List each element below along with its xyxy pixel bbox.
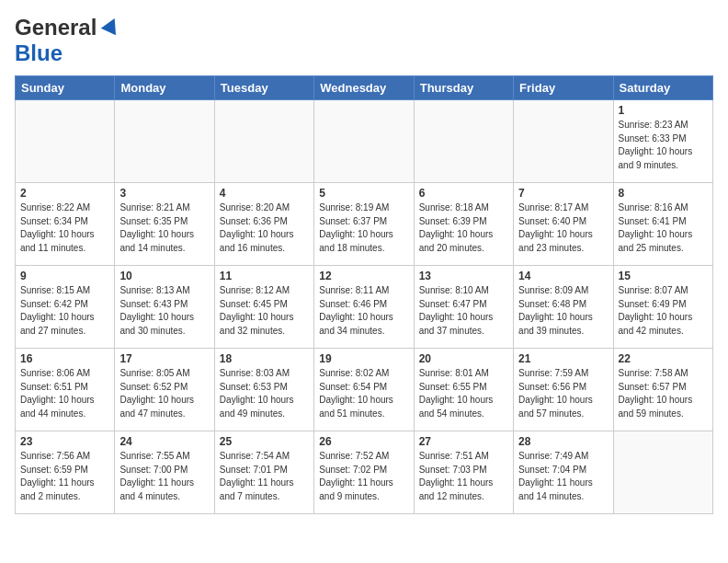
- day-cell-7: 7Sunrise: 8:17 AM Sunset: 6:40 PM Daylig…: [514, 183, 613, 266]
- day-cell-17: 17Sunrise: 8:05 AM Sunset: 6:52 PM Dayli…: [115, 349, 214, 431]
- day-info: Sunrise: 8:05 AM Sunset: 6:52 PM Dayligh…: [119, 367, 209, 420]
- day-number: 17: [119, 352, 209, 365]
- day-number: 10: [119, 270, 209, 282]
- day-number: 7: [518, 187, 608, 200]
- day-info: Sunrise: 8:15 AM Sunset: 6:42 PM Dayligh…: [20, 284, 109, 338]
- day-info: Sunrise: 8:09 AM Sunset: 6:48 PM Dayligh…: [518, 284, 608, 338]
- day-number: 13: [419, 270, 508, 282]
- day-number: 25: [220, 435, 309, 448]
- week-row-5: 23Sunrise: 7:56 AM Sunset: 6:59 PM Dayli…: [16, 431, 713, 514]
- day-number: 5: [319, 187, 408, 200]
- day-info: Sunrise: 8:10 AM Sunset: 6:47 PM Dayligh…: [419, 284, 508, 338]
- empty-cell: [414, 100, 513, 183]
- day-cell-14: 14Sunrise: 8:09 AM Sunset: 6:48 PM Dayli…: [514, 266, 613, 349]
- day-info: Sunrise: 8:17 AM Sunset: 6:40 PM Dayligh…: [518, 201, 608, 255]
- day-number: 23: [20, 435, 109, 448]
- day-info: Sunrise: 8:22 AM Sunset: 6:34 PM Dayligh…: [20, 201, 109, 255]
- day-cell-18: 18Sunrise: 8:03 AM Sunset: 6:53 PM Dayli…: [214, 349, 313, 431]
- day-info: Sunrise: 7:52 AM Sunset: 7:02 PM Dayligh…: [319, 450, 408, 503]
- day-number: 8: [619, 187, 708, 200]
- day-cell-25: 25Sunrise: 7:54 AM Sunset: 7:01 PM Dayli…: [214, 431, 313, 514]
- day-info: Sunrise: 8:16 AM Sunset: 6:41 PM Dayligh…: [619, 201, 708, 255]
- day-number: 28: [518, 435, 608, 448]
- day-info: Sunrise: 7:51 AM Sunset: 7:03 PM Dayligh…: [419, 450, 508, 503]
- day-number: 12: [319, 270, 408, 282]
- weekday-header-friday: Friday: [514, 76, 613, 100]
- day-info: Sunrise: 7:56 AM Sunset: 6:59 PM Dayligh…: [20, 450, 109, 503]
- day-number: 18: [220, 352, 309, 365]
- day-cell-28: 28Sunrise: 7:49 AM Sunset: 7:04 PM Dayli…: [514, 431, 613, 514]
- day-number: 2: [20, 187, 109, 200]
- empty-cell: [214, 100, 313, 183]
- day-info: Sunrise: 8:13 AM Sunset: 6:43 PM Dayligh…: [119, 284, 209, 338]
- day-info: Sunrise: 8:06 AM Sunset: 6:51 PM Dayligh…: [20, 367, 109, 420]
- day-cell-22: 22Sunrise: 7:58 AM Sunset: 6:57 PM Dayli…: [613, 349, 712, 431]
- weekday-header-monday: Monday: [115, 76, 214, 100]
- day-cell-15: 15Sunrise: 8:07 AM Sunset: 6:49 PM Dayli…: [613, 266, 712, 349]
- day-cell-12: 12Sunrise: 8:11 AM Sunset: 6:46 PM Dayli…: [314, 266, 414, 349]
- empty-cell: [314, 100, 414, 183]
- logo-triangle-icon: [101, 15, 122, 35]
- day-cell-24: 24Sunrise: 7:55 AM Sunset: 7:00 PM Dayli…: [115, 431, 214, 514]
- day-number: 6: [419, 187, 508, 200]
- day-info: Sunrise: 8:18 AM Sunset: 6:39 PM Dayligh…: [419, 201, 508, 255]
- day-cell-5: 5Sunrise: 8:19 AM Sunset: 6:37 PM Daylig…: [314, 183, 414, 266]
- day-info: Sunrise: 8:20 AM Sunset: 6:36 PM Dayligh…: [220, 201, 309, 255]
- weekday-header-tuesday: Tuesday: [214, 76, 313, 100]
- day-cell-23: 23Sunrise: 7:56 AM Sunset: 6:59 PM Dayli…: [16, 431, 115, 514]
- weekday-header-wednesday: Wednesday: [314, 76, 414, 100]
- empty-cell: [16, 100, 115, 183]
- day-number: 26: [319, 435, 408, 448]
- day-cell-21: 21Sunrise: 7:59 AM Sunset: 6:56 PM Dayli…: [514, 349, 613, 431]
- header: General Blue: [15, 15, 713, 66]
- day-cell-16: 16Sunrise: 8:06 AM Sunset: 6:51 PM Dayli…: [16, 349, 115, 431]
- day-number: 21: [518, 352, 608, 365]
- day-cell-13: 13Sunrise: 8:10 AM Sunset: 6:47 PM Dayli…: [414, 266, 513, 349]
- weekday-header-row: SundayMondayTuesdayWednesdayThursdayFrid…: [16, 76, 713, 100]
- day-cell-6: 6Sunrise: 8:18 AM Sunset: 6:39 PM Daylig…: [414, 183, 513, 266]
- day-cell-9: 9Sunrise: 8:15 AM Sunset: 6:42 PM Daylig…: [16, 266, 115, 349]
- empty-cell: [613, 431, 712, 514]
- day-number: 1: [619, 104, 708, 117]
- day-info: Sunrise: 8:01 AM Sunset: 6:55 PM Dayligh…: [419, 367, 508, 420]
- day-number: 19: [319, 352, 408, 365]
- day-number: 11: [220, 270, 309, 282]
- day-cell-1: 1Sunrise: 8:23 AM Sunset: 6:33 PM Daylig…: [613, 100, 712, 183]
- day-cell-11: 11Sunrise: 8:12 AM Sunset: 6:45 PM Dayli…: [214, 266, 313, 349]
- day-info: Sunrise: 8:02 AM Sunset: 6:54 PM Dayligh…: [319, 367, 408, 420]
- day-info: Sunrise: 8:03 AM Sunset: 6:53 PM Dayligh…: [220, 367, 309, 420]
- day-number: 4: [220, 187, 309, 200]
- day-number: 24: [119, 435, 209, 448]
- empty-cell: [514, 100, 613, 183]
- week-row-4: 16Sunrise: 8:06 AM Sunset: 6:51 PM Dayli…: [16, 349, 713, 431]
- day-cell-3: 3Sunrise: 8:21 AM Sunset: 6:35 PM Daylig…: [115, 183, 214, 266]
- logo-blue: Blue: [15, 40, 63, 66]
- day-cell-27: 27Sunrise: 7:51 AM Sunset: 7:03 PM Dayli…: [414, 431, 513, 514]
- day-number: 15: [619, 270, 708, 282]
- day-number: 3: [119, 187, 209, 200]
- day-cell-26: 26Sunrise: 7:52 AM Sunset: 7:02 PM Dayli…: [314, 431, 414, 514]
- weekday-header-thursday: Thursday: [414, 76, 513, 100]
- day-info: Sunrise: 8:07 AM Sunset: 6:49 PM Dayligh…: [619, 284, 708, 338]
- day-cell-10: 10Sunrise: 8:13 AM Sunset: 6:43 PM Dayli…: [115, 266, 214, 349]
- day-info: Sunrise: 7:49 AM Sunset: 7:04 PM Dayligh…: [518, 450, 608, 503]
- weekday-header-saturday: Saturday: [613, 76, 712, 100]
- day-info: Sunrise: 8:23 AM Sunset: 6:33 PM Dayligh…: [619, 119, 708, 172]
- logo-general: General: [15, 15, 97, 40]
- day-info: Sunrise: 7:54 AM Sunset: 7:01 PM Dayligh…: [220, 450, 309, 503]
- day-cell-19: 19Sunrise: 8:02 AM Sunset: 6:54 PM Dayli…: [314, 349, 414, 431]
- day-number: 16: [20, 352, 109, 365]
- week-row-1: 1Sunrise: 8:23 AM Sunset: 6:33 PM Daylig…: [16, 100, 713, 183]
- day-info: Sunrise: 8:12 AM Sunset: 6:45 PM Dayligh…: [220, 284, 309, 338]
- logo: General Blue: [15, 15, 119, 66]
- day-cell-2: 2Sunrise: 8:22 AM Sunset: 6:34 PM Daylig…: [16, 183, 115, 266]
- empty-cell: [115, 100, 214, 183]
- day-number: 14: [518, 270, 608, 282]
- day-info: Sunrise: 7:55 AM Sunset: 7:00 PM Dayligh…: [119, 450, 209, 503]
- day-info: Sunrise: 8:11 AM Sunset: 6:46 PM Dayligh…: [319, 284, 408, 338]
- day-cell-4: 4Sunrise: 8:20 AM Sunset: 6:36 PM Daylig…: [214, 183, 313, 266]
- week-row-3: 9Sunrise: 8:15 AM Sunset: 6:42 PM Daylig…: [16, 266, 713, 349]
- day-info: Sunrise: 8:21 AM Sunset: 6:35 PM Dayligh…: [119, 201, 209, 255]
- day-info: Sunrise: 8:19 AM Sunset: 6:37 PM Dayligh…: [319, 201, 408, 255]
- day-number: 27: [419, 435, 508, 448]
